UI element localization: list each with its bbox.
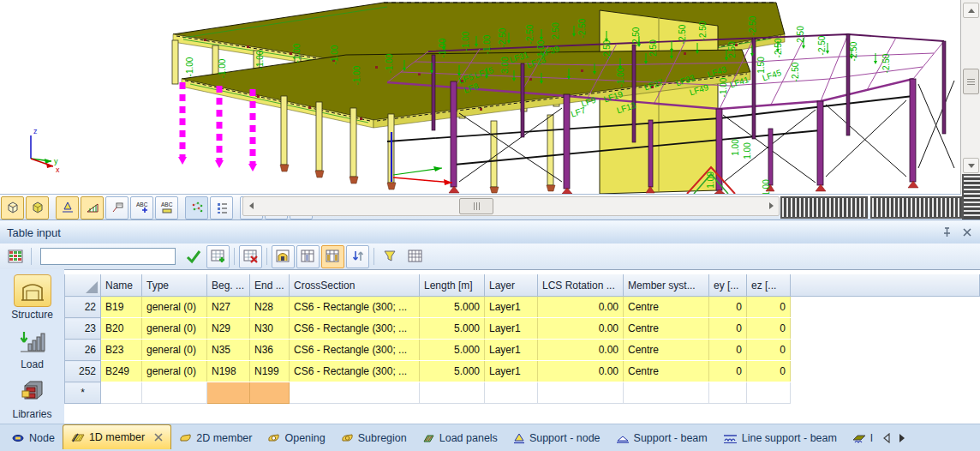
cell-crosssection[interactable]: CS6 - Rectangle (300; ... bbox=[290, 318, 420, 340]
scroll-left-button[interactable] bbox=[245, 200, 257, 212]
show-loads-button[interactable] bbox=[81, 196, 104, 219]
column-header-type[interactable]: Type bbox=[142, 274, 207, 297]
cell-member-system[interactable]: Centre bbox=[624, 297, 709, 318]
member-labels-button[interactable]: ABC bbox=[155, 196, 178, 219]
cell-member-system[interactable]: Centre bbox=[624, 361, 709, 382]
cell-member-system[interactable]: Centre bbox=[624, 318, 709, 340]
tab-scroll-right-icon[interactable] bbox=[898, 433, 906, 443]
cell-type[interactable]: general (0) bbox=[142, 318, 207, 340]
close-icon[interactable] bbox=[961, 226, 973, 238]
table-row[interactable]: 23 B20 general (0) N29 N30 CS6 - Rectang… bbox=[65, 318, 980, 340]
tab-close-icon[interactable] bbox=[154, 433, 163, 442]
table-edit-button[interactable] bbox=[321, 245, 344, 268]
column-header-name[interactable]: Name bbox=[101, 274, 142, 297]
scroll-right-button[interactable] bbox=[765, 200, 777, 212]
tab-2d-member[interactable]: 2D member bbox=[171, 428, 260, 448]
cell-end-pending[interactable] bbox=[250, 382, 290, 404]
tab-support-beam[interactable]: Support - beam bbox=[608, 428, 715, 448]
cell-ez-empty[interactable] bbox=[747, 382, 791, 404]
tab-truncated[interactable]: l bbox=[845, 428, 881, 448]
column-header-length[interactable]: Length [m] bbox=[420, 274, 485, 297]
cell-ey[interactable]: 0 bbox=[709, 318, 747, 340]
collapsed-toolbar-grip-vertical[interactable] bbox=[962, 174, 980, 220]
add-row-button[interactable] bbox=[206, 245, 230, 268]
cell-layer[interactable]: Layer1 bbox=[485, 318, 538, 340]
scroll-down-button[interactable] bbox=[963, 158, 979, 173]
sidebar-item-structure[interactable]: Structure bbox=[11, 274, 53, 321]
delete-row-button[interactable] bbox=[239, 245, 262, 268]
cell-lcs-rotation[interactable]: 0.00 bbox=[538, 297, 624, 318]
select-all-corner[interactable] bbox=[65, 274, 101, 297]
tab-scroll-left-icon[interactable] bbox=[882, 433, 891, 443]
cell-type[interactable]: general (0) bbox=[142, 361, 207, 382]
cell-ez[interactable]: 0 bbox=[747, 297, 791, 318]
tab-load-panels[interactable]: Load panels bbox=[415, 428, 505, 448]
cell-crosssection[interactable]: CS6 - Rectangle (300; ... bbox=[290, 361, 420, 382]
cell-beg[interactable]: N198 bbox=[207, 361, 250, 382]
table-view-button[interactable] bbox=[296, 245, 320, 268]
cell-end[interactable]: N199 bbox=[250, 361, 290, 382]
cell-layer-empty[interactable] bbox=[485, 382, 538, 404]
cell-length[interactable]: 5.000 bbox=[420, 318, 485, 340]
cell-layer[interactable]: Layer1 bbox=[485, 361, 538, 382]
cell-type-empty[interactable] bbox=[142, 382, 207, 404]
collapsed-toolbar-grip-1[interactable] bbox=[780, 196, 868, 219]
tab-line-support-beam[interactable]: Line support - beam bbox=[715, 428, 845, 448]
cell-length[interactable]: 5.000 bbox=[420, 361, 485, 382]
sidebar-item-load[interactable]: Load bbox=[15, 326, 51, 370]
cell-beg[interactable]: N35 bbox=[207, 340, 250, 361]
sidebar-item-libraries[interactable]: Libraries bbox=[12, 376, 51, 420]
structure-table-button[interactable] bbox=[272, 245, 295, 268]
cell-ey-empty[interactable] bbox=[709, 382, 747, 404]
cell-lcs-rotation[interactable]: 0.00 bbox=[538, 340, 624, 361]
cell-name[interactable]: B23 bbox=[101, 340, 142, 361]
cell-type[interactable]: general (0) bbox=[142, 297, 207, 318]
column-header-crosssection[interactable]: CrossSection bbox=[290, 274, 420, 297]
table-filter-input[interactable] bbox=[40, 248, 176, 265]
cell-crosssection-empty[interactable] bbox=[290, 382, 420, 404]
cell-length[interactable]: 5.000 bbox=[420, 297, 485, 318]
collapsed-toolbar-grip-2[interactable] bbox=[870, 196, 963, 219]
cell-name[interactable]: B20 bbox=[101, 318, 142, 340]
column-header-ey[interactable]: ey [... bbox=[709, 274, 747, 297]
tab-subregion[interactable]: Subregion bbox=[333, 428, 415, 448]
cell-ez[interactable]: 0 bbox=[747, 361, 791, 382]
column-header-beg[interactable]: Beg. ... bbox=[207, 274, 250, 297]
show-supports-button[interactable] bbox=[56, 196, 79, 219]
confirm-button[interactable] bbox=[182, 245, 205, 268]
column-header-lcs-rotation[interactable]: LCS Rotation ... bbox=[538, 274, 624, 297]
horizontal-scroll-thumb[interactable] bbox=[459, 198, 493, 214]
render-solid-button[interactable] bbox=[26, 196, 49, 219]
new-row-header[interactable]: * bbox=[65, 382, 101, 404]
cell-name[interactable]: B19 bbox=[101, 297, 142, 318]
cell-layer[interactable]: Layer1 bbox=[485, 297, 538, 318]
cell-name[interactable]: B249 bbox=[101, 361, 142, 382]
cell-type[interactable]: general (0) bbox=[142, 340, 207, 361]
cell-ez[interactable]: 0 bbox=[747, 318, 791, 340]
cell-ey[interactable]: 0 bbox=[709, 340, 747, 361]
cell-length[interactable]: 5.000 bbox=[420, 340, 485, 361]
cell-beg[interactable]: N27 bbox=[207, 297, 250, 318]
cell-ey[interactable]: 0 bbox=[709, 361, 747, 382]
tab-opening[interactable]: Opening bbox=[260, 428, 332, 448]
row-header[interactable]: 23 bbox=[65, 318, 101, 340]
table-grid-button[interactable] bbox=[403, 245, 427, 268]
sort-button[interactable] bbox=[346, 245, 369, 268]
column-header-end[interactable]: End ... bbox=[250, 274, 290, 297]
cell-end[interactable]: N28 bbox=[250, 297, 290, 318]
cell-crosssection[interactable]: CS6 - Rectangle (300; ... bbox=[290, 340, 420, 361]
row-header[interactable]: 26 bbox=[65, 340, 101, 361]
cell-length-empty[interactable] bbox=[420, 382, 485, 404]
viewport-horizontal-scrollbar[interactable] bbox=[242, 196, 780, 216]
tab-support-node[interactable]: Support - node bbox=[505, 428, 608, 448]
vertical-scroll-thumb[interactable] bbox=[963, 69, 979, 94]
cell-ez[interactable]: 0 bbox=[747, 340, 791, 361]
filter-button[interactable] bbox=[379, 245, 402, 268]
node-labels-button[interactable]: ABC bbox=[130, 196, 153, 219]
render-wireframe-button[interactable] bbox=[1, 196, 24, 219]
model-3d-viewport[interactable]: .col{fill:#F2EC86;stroke:#33331a;stroke-… bbox=[0, 0, 961, 194]
tab-node[interactable]: Node bbox=[4, 428, 63, 448]
cell-end[interactable]: N36 bbox=[250, 340, 290, 361]
viewport-vertical-scrollbar[interactable] bbox=[960, 0, 980, 219]
cell-member-system[interactable]: Centre bbox=[624, 340, 709, 361]
